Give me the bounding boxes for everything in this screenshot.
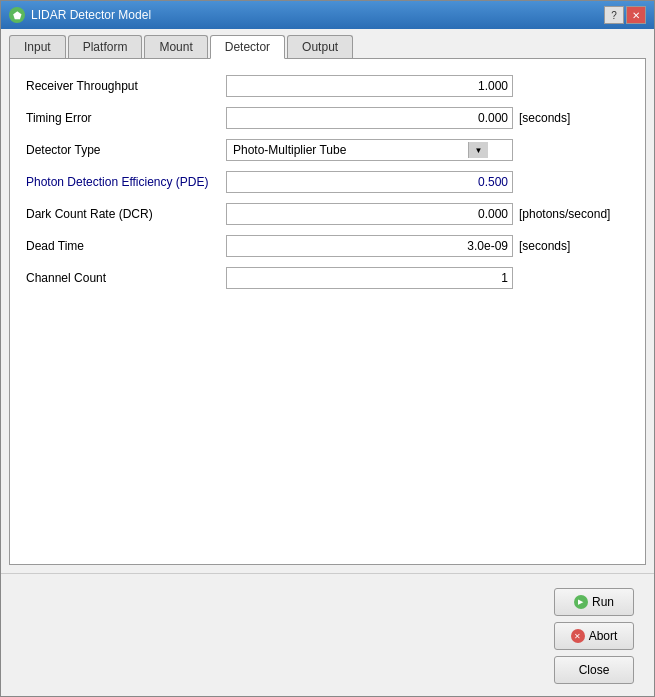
main-window: ⬟ LIDAR Detector Model ? ✕ Input Platfor…	[0, 0, 655, 697]
tabs-bar: Input Platform Mount Detector Output	[1, 29, 654, 58]
pde-label: Photon Detection Efficiency (PDE)	[26, 175, 226, 189]
dropdown-arrow-icon: ▼	[468, 142, 488, 158]
tab-mount[interactable]: Mount	[144, 35, 207, 58]
window-title: LIDAR Detector Model	[31, 8, 151, 22]
content-area: Receiver Throughput Timing Error [second…	[1, 58, 654, 573]
close-button[interactable]: Close	[554, 656, 634, 684]
run-label: Run	[592, 595, 614, 609]
dcr-unit: [photons/second]	[519, 207, 629, 221]
detector-type-row: Detector Type Photo-Multiplier Tube ▼	[26, 139, 629, 161]
dcr-label: Dark Count Rate (DCR)	[26, 207, 226, 221]
channel-count-label: Channel Count	[26, 271, 226, 285]
receiver-throughput-label: Receiver Throughput	[26, 79, 226, 93]
app-icon: ⬟	[9, 7, 25, 23]
detector-type-dropdown[interactable]: Photo-Multiplier Tube ▼	[226, 139, 513, 161]
buttons-row: Run Abort	[13, 582, 642, 656]
title-buttons: ? ✕	[604, 6, 646, 24]
dcr-row: Dark Count Rate (DCR) [photons/second]	[26, 203, 629, 225]
receiver-throughput-row: Receiver Throughput	[26, 75, 629, 97]
dead-time-label: Dead Time	[26, 239, 226, 253]
timing-error-label: Timing Error	[26, 111, 226, 125]
pde-row: Photon Detection Efficiency (PDE)	[26, 171, 629, 193]
tab-input[interactable]: Input	[9, 35, 66, 58]
dead-time-unit: [seconds]	[519, 239, 629, 253]
timing-error-row: Timing Error [seconds]	[26, 107, 629, 129]
pde-input[interactable]	[226, 171, 513, 193]
dcr-input[interactable]	[226, 203, 513, 225]
close-btn-row: Close	[13, 656, 642, 688]
timing-error-input[interactable]	[226, 107, 513, 129]
dead-time-input[interactable]	[226, 235, 513, 257]
run-button[interactable]: Run	[554, 588, 634, 616]
abort-icon	[571, 629, 585, 643]
main-panel: Receiver Throughput Timing Error [second…	[9, 58, 646, 565]
timing-error-unit: [seconds]	[519, 111, 629, 125]
channel-count-input[interactable]	[226, 267, 513, 289]
run-icon	[574, 595, 588, 609]
detector-type-btn[interactable]: Photo-Multiplier Tube ▼	[226, 139, 513, 161]
bottom-area: Run Abort Close	[1, 573, 654, 696]
tab-output[interactable]: Output	[287, 35, 353, 58]
channel-count-row: Channel Count	[26, 267, 629, 289]
tab-detector[interactable]: Detector	[210, 35, 285, 59]
title-bar: ⬟ LIDAR Detector Model ? ✕	[1, 1, 654, 29]
detector-type-value: Photo-Multiplier Tube	[233, 143, 346, 157]
abort-label: Abort	[589, 629, 618, 643]
receiver-throughput-input[interactable]	[226, 75, 513, 97]
help-button[interactable]: ?	[604, 6, 624, 24]
abort-button[interactable]: Abort	[554, 622, 634, 650]
title-bar-left: ⬟ LIDAR Detector Model	[9, 7, 151, 23]
close-window-button[interactable]: ✕	[626, 6, 646, 24]
tab-platform[interactable]: Platform	[68, 35, 143, 58]
detector-type-label: Detector Type	[26, 143, 226, 157]
dead-time-row: Dead Time [seconds]	[26, 235, 629, 257]
